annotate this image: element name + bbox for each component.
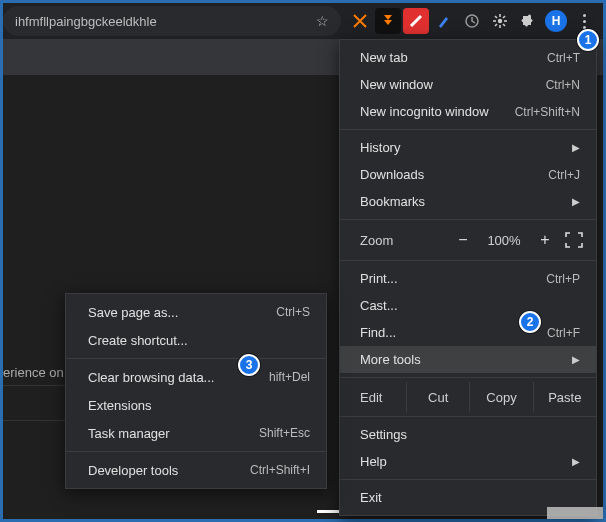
menu-edit-row: Edit Cut Copy Paste <box>340 382 596 412</box>
extension-icons: H <box>347 8 603 34</box>
menu-new-incognito[interactable]: New incognito window Ctrl+Shift+N <box>340 98 596 125</box>
submenu-save-page[interactable]: Save page as... Ctrl+S <box>66 298 326 326</box>
menu-help[interactable]: Help ▶ <box>340 448 596 475</box>
edit-copy-button[interactable]: Copy <box>469 382 532 412</box>
annotation-badge-1: 1 <box>577 29 599 51</box>
menu-separator <box>340 416 596 417</box>
menu-new-tab[interactable]: New tab Ctrl+T <box>340 44 596 71</box>
chevron-right-icon: ▶ <box>572 354 580 365</box>
menu-separator <box>66 358 326 359</box>
annotation-badge-2: 2 <box>519 311 541 333</box>
menu-zoom-row: Zoom − 100% + <box>340 224 596 256</box>
menu-find-shortcut: Ctrl+F <box>547 326 580 340</box>
menu-separator <box>340 219 596 220</box>
profile-avatar[interactable]: H <box>543 8 569 34</box>
submenu-save-page-label: Save page as... <box>88 305 276 320</box>
extension-icon-1[interactable] <box>347 8 373 34</box>
menu-separator <box>66 451 326 452</box>
submenu-task-manager-shortcut: Shift+Esc <box>259 426 310 440</box>
more-tools-submenu: Save page as... Ctrl+S Create shortcut..… <box>65 293 327 489</box>
menu-new-incognito-label: New incognito window <box>360 104 515 119</box>
svg-line-6 <box>495 16 497 18</box>
svg-line-8 <box>495 24 497 26</box>
submenu-extensions-label: Extensions <box>88 398 310 413</box>
zoom-in-button[interactable]: + <box>534 231 556 249</box>
submenu-developer-tools-shortcut: Ctrl+Shift+I <box>250 463 310 477</box>
menu-bookmarks-label: Bookmarks <box>360 194 564 209</box>
zoom-out-button[interactable]: − <box>452 231 474 249</box>
menu-more-tools-label: More tools <box>360 352 564 367</box>
omnibox-text: ihfmfllpaingbgckeeldkhle <box>15 14 316 29</box>
svg-line-9 <box>503 16 505 18</box>
menu-find[interactable]: Find... Ctrl+F <box>340 319 596 346</box>
annotation-badge-3: 3 <box>238 354 260 376</box>
profile-letter: H <box>545 10 567 32</box>
submenu-extensions[interactable]: Extensions <box>66 391 326 419</box>
submenu-task-manager[interactable]: Task manager Shift+Esc <box>66 419 326 447</box>
browser-toolbar: ihfmfllpaingbgckeeldkhle ☆ <box>3 3 603 39</box>
menu-edit-label: Edit <box>340 390 406 405</box>
zoom-value: 100% <box>482 233 526 248</box>
omnibox[interactable]: ihfmfllpaingbgckeeldkhle ☆ <box>3 6 341 36</box>
settings-gear-icon[interactable] <box>487 8 513 34</box>
submenu-clear-browsing-shortcut: hift+Del <box>269 370 310 384</box>
menu-cast-label: Cast... <box>360 298 580 313</box>
menu-new-incognito-shortcut: Ctrl+Shift+N <box>515 105 580 119</box>
menu-new-tab-shortcut: Ctrl+T <box>547 51 580 65</box>
menu-downloads[interactable]: Downloads Ctrl+J <box>340 161 596 188</box>
menu-zoom-label: Zoom <box>360 233 444 248</box>
menu-exit-label: Exit <box>360 490 580 505</box>
submenu-developer-tools[interactable]: Developer tools Ctrl+Shift+I <box>66 456 326 484</box>
chevron-right-icon: ▶ <box>572 142 580 153</box>
chevron-right-icon: ▶ <box>572 196 580 207</box>
menu-print-shortcut: Ctrl+P <box>546 272 580 286</box>
screenshot-frame: ihfmfllpaingbgckeeldkhle ☆ <box>0 0 606 522</box>
menu-new-window-label: New window <box>360 77 546 92</box>
extension-icon-3[interactable] <box>403 8 429 34</box>
menu-settings[interactable]: Settings <box>340 421 596 448</box>
menu-print[interactable]: Print... Ctrl+P <box>340 265 596 292</box>
menu-find-label: Find... <box>360 325 547 340</box>
menu-new-window[interactable]: New window Ctrl+N <box>340 71 596 98</box>
extension-icon-2[interactable] <box>375 8 401 34</box>
bookmark-star-icon[interactable]: ☆ <box>316 13 329 29</box>
menu-print-label: Print... <box>360 271 546 286</box>
menu-history-label: History <box>360 140 564 155</box>
submenu-save-page-shortcut: Ctrl+S <box>276 305 310 319</box>
extension-icon-4[interactable] <box>431 8 457 34</box>
chrome-main-menu: New tab Ctrl+T New window Ctrl+N New inc… <box>339 39 597 516</box>
extensions-puzzle-icon[interactable] <box>515 8 541 34</box>
svg-point-1 <box>498 19 502 23</box>
svg-line-7 <box>503 24 505 26</box>
chevron-right-icon: ▶ <box>572 456 580 467</box>
menu-more-tools[interactable]: More tools ▶ <box>340 346 596 373</box>
menu-separator <box>340 129 596 130</box>
menu-settings-label: Settings <box>360 427 580 442</box>
menu-bookmarks[interactable]: Bookmarks ▶ <box>340 188 596 215</box>
submenu-create-shortcut[interactable]: Create shortcut... <box>66 326 326 354</box>
edit-paste-button[interactable]: Paste <box>533 382 596 412</box>
menu-separator <box>340 377 596 378</box>
menu-separator <box>340 479 596 480</box>
menu-new-tab-label: New tab <box>360 50 547 65</box>
fullscreen-icon[interactable] <box>564 231 584 249</box>
menu-downloads-label: Downloads <box>360 167 548 182</box>
edit-cut-button[interactable]: Cut <box>406 382 469 412</box>
menu-cast[interactable]: Cast... <box>340 292 596 319</box>
menu-downloads-shortcut: Ctrl+J <box>548 168 580 182</box>
submenu-create-shortcut-label: Create shortcut... <box>88 333 310 348</box>
menu-history[interactable]: History ▶ <box>340 134 596 161</box>
watermark: wsxdn.com <box>547 507 603 519</box>
submenu-developer-tools-label: Developer tools <box>88 463 250 478</box>
menu-separator <box>340 260 596 261</box>
submenu-task-manager-label: Task manager <box>88 426 259 441</box>
submenu-clear-browsing-data[interactable]: Clear browsing data... hift+Del <box>66 363 326 391</box>
extension-icon-5[interactable] <box>459 8 485 34</box>
menu-help-label: Help <box>360 454 564 469</box>
menu-new-window-shortcut: Ctrl+N <box>546 78 580 92</box>
